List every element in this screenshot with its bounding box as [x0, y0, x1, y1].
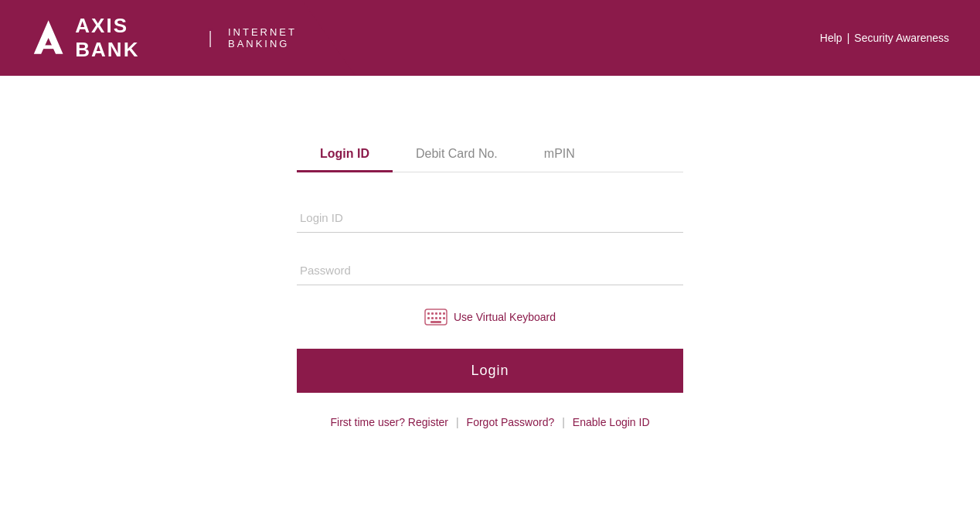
svg-rect-8	[427, 317, 430, 319]
main-content: Login ID Debit Card No. mPIN	[0, 76, 980, 428]
tab-debit-card[interactable]: Debit Card No.	[393, 138, 521, 172]
header: AXIS BANK | INTERNET BANKING Help | Secu…	[0, 0, 980, 76]
nav-separator: |	[847, 32, 850, 44]
bottom-links: First time user? Register | Forgot Passw…	[297, 416, 683, 428]
svg-rect-13	[430, 321, 441, 323]
register-link[interactable]: First time user? Register	[330, 416, 447, 428]
banking-type: INTERNET BANKING	[228, 26, 356, 49]
bottom-sep-1: |	[456, 416, 459, 428]
svg-rect-11	[439, 317, 441, 319]
password-group	[297, 256, 683, 285]
svg-rect-6	[439, 312, 441, 315]
bank-name: AXIS BANK	[75, 14, 192, 62]
logo-divider: |	[208, 28, 213, 48]
virtual-keyboard-link[interactable]: Use Virtual Keyboard	[454, 311, 556, 323]
logo-area: AXIS BANK | INTERNET BANKING	[0, 0, 356, 76]
login-button[interactable]: Login	[297, 349, 683, 393]
svg-rect-5	[435, 312, 437, 315]
svg-rect-4	[431, 312, 434, 315]
password-input[interactable]	[297, 256, 683, 285]
svg-rect-12	[443, 317, 445, 319]
security-awareness-link[interactable]: Security Awareness	[854, 32, 949, 44]
forgot-password-link[interactable]: Forgot Password?	[467, 416, 555, 428]
login-id-group	[297, 203, 683, 233]
svg-marker-0	[34, 20, 63, 53]
login-id-input[interactable]	[297, 203, 683, 233]
tab-mpin[interactable]: mPIN	[521, 138, 598, 172]
keyboard-icon	[424, 309, 447, 326]
tab-login-id[interactable]: Login ID	[297, 138, 393, 172]
login-container: Login ID Debit Card No. mPIN	[297, 138, 683, 428]
login-tabs: Login ID Debit Card No. mPIN	[297, 138, 683, 172]
enable-login-link[interactable]: Enable Login ID	[573, 416, 650, 428]
svg-rect-9	[431, 317, 434, 319]
logo-wrap: AXIS BANK | INTERNET BANKING	[31, 14, 356, 62]
header-nav: Help | Security Awareness	[820, 32, 949, 44]
help-link[interactable]: Help	[820, 32, 842, 44]
virtual-keyboard-row[interactable]: Use Virtual Keyboard	[297, 309, 683, 326]
svg-rect-10	[435, 317, 437, 319]
svg-rect-7	[443, 312, 445, 315]
svg-rect-3	[427, 312, 430, 315]
bottom-sep-2: |	[562, 416, 565, 428]
axis-logo-icon	[31, 18, 66, 58]
svg-rect-1	[38, 45, 58, 49]
